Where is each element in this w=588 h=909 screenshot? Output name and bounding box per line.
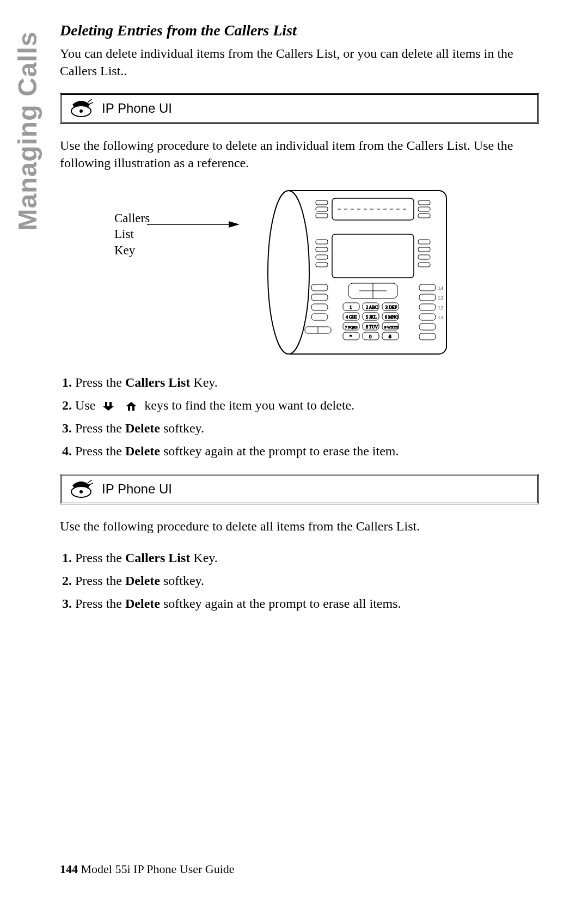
text: Press the: [75, 444, 125, 458]
svg-rect-32: [419, 284, 436, 291]
text-bold: Delete: [125, 444, 160, 458]
step-1-2: Use keys to find the item you want to de…: [75, 395, 539, 415]
step-2-2: Press the Delete softkey.: [75, 571, 539, 590]
page: Managing Calls Deleting Entries from the…: [0, 0, 588, 909]
svg-rect-27: [311, 294, 328, 301]
text: softkey again at the prompt to erase the…: [160, 444, 399, 458]
ip-phone-ui-label-1: IP Phone UI: [102, 101, 172, 116]
svg-text:4 GHI: 4 GHI: [346, 315, 357, 320]
svg-rect-38: [419, 314, 436, 320]
svg-point-73: [79, 490, 83, 493]
svg-rect-29: [311, 314, 328, 320]
text: Press the: [75, 551, 125, 565]
section-title: Deleting Entries from the Callers List: [60, 22, 539, 39]
callout-arrow: [147, 217, 240, 231]
svg-marker-69: [126, 402, 137, 406]
svg-text:L1: L1: [438, 315, 443, 320]
step-1-4: Press the Delete softkey again at the pr…: [75, 441, 539, 461]
step-2-1: Press the Callers List Key.: [75, 548, 539, 568]
svg-text:L2: L2: [438, 306, 443, 310]
svg-text:7 PQRS: 7 PQRS: [345, 325, 358, 330]
svg-rect-10: [316, 213, 328, 218]
text: Press the: [75, 421, 125, 435]
svg-rect-14: [332, 234, 414, 278]
page-footer: 144 Model 55i IP Phone User Guide: [60, 862, 235, 876]
svg-rect-26: [311, 284, 328, 291]
svg-text:5 JKL: 5 JKL: [366, 315, 377, 320]
text: Key.: [190, 551, 217, 565]
side-tab: Managing Calls: [5, 22, 49, 240]
svg-rect-18: [316, 263, 328, 267]
svg-point-5: [268, 191, 309, 354]
text-bold: Delete: [125, 421, 160, 435]
text-bold: Callers List: [125, 375, 190, 389]
svg-point-1: [79, 109, 83, 113]
ip-phone-ui-box-2: IP Phone UI: [60, 474, 539, 504]
svg-rect-67: [109, 402, 112, 406]
svg-rect-70: [128, 406, 130, 411]
phone-icon: [69, 480, 93, 498]
procedure-2-steps: Press the Callers List Key. Press the De…: [60, 548, 539, 613]
svg-rect-13: [418, 213, 430, 218]
text: Press the: [75, 574, 125, 588]
svg-rect-28: [311, 304, 328, 310]
text: Use: [75, 398, 99, 412]
svg-rect-36: [419, 304, 436, 310]
svg-rect-15: [316, 240, 328, 244]
text: Press the: [75, 375, 125, 389]
text: softkey again at the prompt to erase all…: [160, 596, 401, 611]
text: Key.: [190, 375, 217, 389]
svg-text:#: #: [389, 334, 391, 339]
svg-rect-11: [418, 200, 430, 205]
svg-rect-21: [418, 255, 430, 259]
up-arrow-icon: [125, 402, 138, 411]
text: softkey.: [160, 421, 204, 435]
procedure-1-intro: Use the following procedure to delete an…: [60, 137, 539, 172]
svg-text:6 MNO: 6 MNO: [385, 315, 399, 320]
svg-rect-20: [418, 247, 430, 252]
svg-text:1: 1: [350, 304, 352, 310]
phone-icon: [69, 99, 93, 118]
svg-marker-68: [103, 406, 114, 411]
svg-rect-9: [316, 207, 328, 211]
svg-rect-19: [418, 240, 430, 244]
footer-title: Model 55i IP Phone User Guide: [78, 862, 235, 876]
svg-marker-3: [229, 221, 240, 228]
ip-phone-ui-box-1: IP Phone UI: [60, 93, 539, 124]
procedure-1-steps: Press the Callers List Key. Use keys to …: [60, 373, 539, 461]
svg-rect-12: [418, 207, 430, 211]
callout-callers-list-key: Callers List Key: [60, 210, 136, 259]
svg-rect-66: [105, 402, 107, 406]
svg-rect-22: [418, 263, 430, 267]
phone-device-illustration: L4 L3 L2 L1 1 2 ABC 3 DEF 4 GHI 5 JKL 6 …: [250, 185, 452, 359]
svg-text:L4: L4: [438, 286, 443, 291]
text-bold: Delete: [125, 574, 160, 588]
svg-text:2 ABC: 2 ABC: [366, 305, 378, 310]
text: Press the: [75, 596, 125, 611]
section-intro: You can delete individual items from the…: [60, 45, 539, 80]
page-number: 144: [60, 862, 78, 876]
svg-text:9 WXYZ: 9 WXYZ: [384, 325, 399, 330]
svg-text:L3: L3: [438, 296, 443, 301]
step-1-3: Press the Delete softkey.: [75, 418, 539, 438]
svg-text:0: 0: [369, 334, 372, 339]
svg-rect-40: [419, 324, 436, 330]
svg-text:3 DEF: 3 DEF: [385, 305, 397, 310]
text: keys to find the item you want to delete…: [144, 398, 354, 412]
side-tab-text: Managing Calls: [13, 31, 42, 230]
text-bold: Delete: [125, 596, 160, 611]
svg-rect-8: [316, 200, 328, 205]
procedure-2-intro: Use the following procedure to delete al…: [60, 517, 539, 535]
text-bold: Callers List: [125, 551, 190, 565]
svg-rect-41: [419, 333, 436, 340]
down-arrow-icon: [102, 402, 115, 411]
svg-text:*: *: [350, 334, 352, 339]
ip-phone-ui-label-2: IP Phone UI: [102, 481, 172, 497]
text: softkey.: [160, 574, 204, 588]
svg-rect-34: [419, 294, 436, 301]
step-1-1: Press the Callers List Key.: [75, 373, 539, 392]
step-2-3: Press the Delete softkey again at the pr…: [75, 594, 539, 613]
svg-rect-17: [316, 255, 328, 259]
svg-text:8 TUV: 8 TUV: [366, 325, 378, 330]
phone-illustration: Callers List Key: [60, 185, 539, 359]
